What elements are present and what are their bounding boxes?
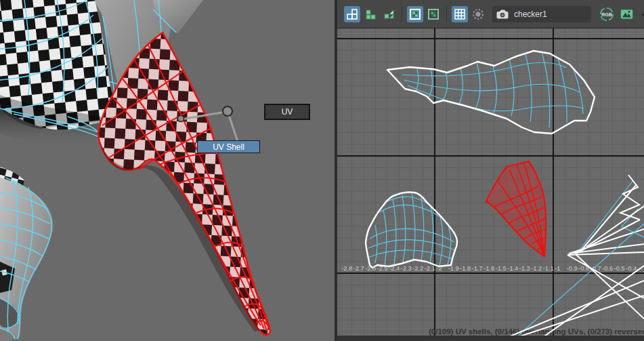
- axis-tick-label: -1.3: [519, 264, 530, 272]
- axis-tick-label: -0.4: [626, 264, 637, 272]
- shell-inner-wireframe: [402, 52, 584, 127]
- axis-tick-label: -0.6: [602, 264, 613, 272]
- axis-tick-label: -1.2: [531, 264, 542, 272]
- image-display-button[interactable]: [618, 6, 635, 22]
- axis-tick-label: -2.6: [365, 264, 376, 272]
- axis-tick-label: -2.7: [353, 264, 364, 272]
- axis-tick-label: -1.7: [472, 264, 483, 272]
- texture-borders-button[interactable]: [425, 6, 442, 22]
- texture-borders-highlight-button[interactable]: [407, 6, 423, 22]
- uv-shell-whale[interactable]: [387, 51, 595, 134]
- axis-tick-label: -2.1: [425, 264, 435, 272]
- shell-stack-button[interactable]: [362, 6, 379, 22]
- axis-tick-label: -2: [436, 264, 442, 272]
- toolbar-separator: [402, 6, 402, 22]
- checkered-map-icon: [454, 8, 466, 20]
- svg-text:RGB: RGB: [601, 12, 612, 17]
- axis-tick-label: -0.9: [567, 264, 578, 272]
- axis-tick-label: -2.8: [341, 264, 352, 272]
- axis-tick-label: -1.5: [496, 264, 507, 272]
- shell-border: [387, 51, 595, 134]
- texture-borders-icon: [427, 8, 439, 20]
- toolbar-separator: [446, 6, 447, 22]
- axis-tick-label: -1.1: [543, 264, 554, 272]
- axis-tick-label: -1.8: [460, 264, 471, 272]
- uv-shells-button[interactable]: [344, 6, 360, 22]
- flip-shell-icon: [383, 8, 395, 20]
- axis-tick-label: -1.4: [507, 264, 518, 272]
- maya-uv-editing-workspace: UV UV Shell: [0, 0, 644, 341]
- axis-tick-label: -2.5: [377, 264, 388, 272]
- marking-menu-center-node[interactable]: [223, 106, 232, 116]
- uv-shell-option-label: UV Shell: [213, 142, 244, 152]
- camera-icon: [496, 9, 509, 19]
- axis-tick-label: -1: [555, 264, 560, 272]
- dim-image-button[interactable]: [470, 6, 486, 22]
- marking-menu-origin-node[interactable]: [178, 116, 184, 122]
- axis-tick-label: -2.2: [412, 264, 423, 272]
- axis-tick-label: -2.3: [401, 264, 412, 272]
- uv-editor-panel: checker1 RGB: [337, 0, 644, 341]
- uv-editor-canvas[interactable]: -2.8-2.7-2.6-2.5-2.4-2.3-2.2-2.1-2-1.9-1…: [337, 28, 644, 336]
- texture-name-label: checker1: [514, 9, 547, 19]
- texture-borders-highlight-icon: [409, 8, 421, 20]
- uv-grid-fine: [337, 28, 644, 336]
- 3d-viewport[interactable]: UV UV Shell: [0, 0, 335, 341]
- image-display-icon: [620, 8, 633, 20]
- axis-tick-label: -1.6: [484, 264, 494, 272]
- axis-tick-label: -1.9: [448, 264, 459, 272]
- flip-shell-button[interactable]: [381, 6, 397, 22]
- dim-image-icon: [472, 8, 484, 20]
- uv-editor-bottom-strip: [337, 336, 644, 341]
- uv-shells-icon: [346, 8, 358, 20]
- marking-menu-item-uv[interactable]: UV: [264, 104, 310, 120]
- uv-shell-selected-fan[interactable]: [486, 161, 546, 256]
- texture-name-field[interactable]: checker1: [492, 6, 591, 22]
- rgb-channels-button[interactable]: RGB: [599, 6, 615, 22]
- marking-menu-item-uv-shell[interactable]: UV Shell: [197, 140, 260, 153]
- shell-stack-icon: [364, 8, 377, 20]
- 3d-scene: [0, 0, 335, 341]
- uv-grid-unit-lines: [337, 28, 644, 336]
- uv-shell-tangled-lower[interactable]: [497, 224, 644, 336]
- uv-editor-toolbar: checker1 RGB: [337, 0, 644, 28]
- rgb-channels-icon: RGB: [599, 7, 614, 22]
- uv-option-label: UV: [282, 107, 293, 117]
- checkered-map-button[interactable]: [452, 6, 468, 22]
- axis-tick-label: -0.5: [614, 264, 625, 272]
- axis-tick-label: -2.4: [389, 264, 400, 272]
